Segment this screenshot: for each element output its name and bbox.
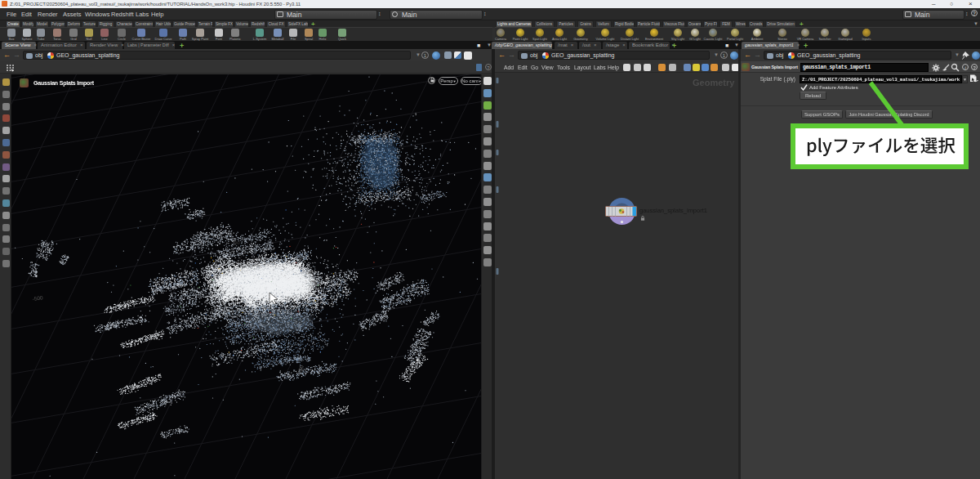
svg-text:-500: -500	[32, 294, 43, 302]
svg-text:-250: -250	[230, 240, 240, 246]
